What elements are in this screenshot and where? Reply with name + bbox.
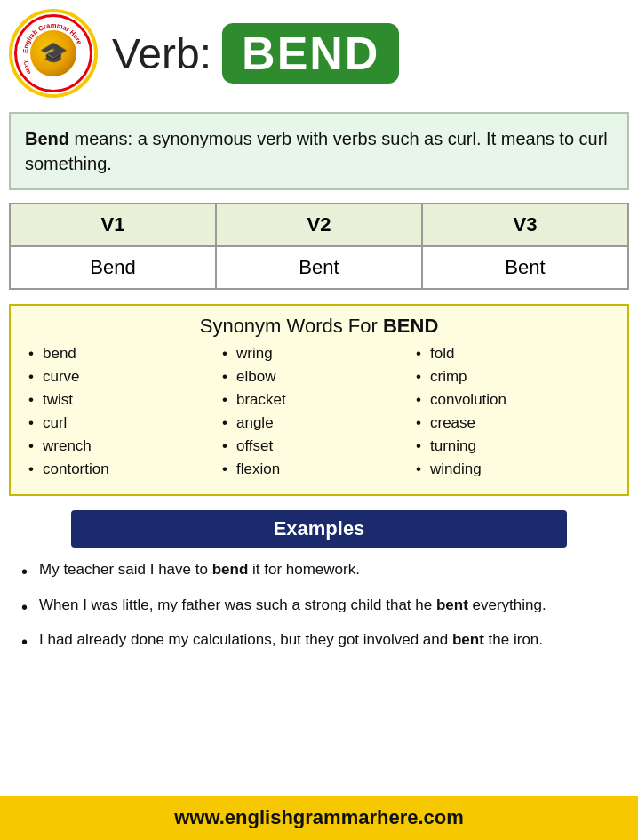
synonym-item: fold (416, 345, 610, 363)
example-item: When I was little, my father was such a … (21, 594, 617, 617)
examples-header: Examples (71, 510, 567, 548)
synonym-item: twist (28, 391, 222, 409)
synonym-item: wrench (28, 437, 222, 455)
verb-label: Verb: (112, 29, 211, 78)
verb-forms-table: V1 V2 V3 Bend Bent Bent (9, 203, 629, 290)
footer: www.englishgrammarhere.com (0, 796, 638, 840)
verb-word-badge: BEND (222, 23, 399, 84)
table-cell-v1: Bend (10, 246, 216, 289)
synonym-col-2: wringelbowbracketangleoffsetflexion (222, 345, 416, 484)
synonym-item: convolution (416, 391, 610, 409)
synonym-item: elbow (222, 368, 416, 386)
examples-list: My teacher said I have to bend it for ho… (0, 555, 638, 675)
example-item: My teacher said I have to bend it for ho… (21, 558, 617, 581)
synonym-item: flexion (222, 460, 416, 478)
header-title: Verb: BEND (112, 23, 620, 84)
synonym-col-3: foldcrimpconvolutioncreaseturningwinding (416, 345, 610, 484)
synonym-item: wring (222, 345, 416, 363)
table-header-v2: V2 (216, 204, 422, 246)
synonym-item: offset (222, 437, 416, 455)
header: English Grammar Here .Com 🎓 Verb: BEND (0, 0, 638, 107)
table-header-v3: V3 (422, 204, 628, 246)
logo-inner: English Grammar Here .Com 🎓 (14, 14, 92, 92)
table-cell-v3: Bent (422, 246, 628, 289)
definition-text: Bend means: a synonymous verb with verbs… (25, 129, 608, 173)
synonym-item: bracket (222, 391, 416, 409)
synonym-columns: bendcurvetwistcurlwrenchcontortion wring… (11, 345, 627, 484)
logo: English Grammar Here .Com 🎓 (9, 9, 98, 98)
synonym-item: contortion (28, 460, 222, 478)
synonym-item: crease (416, 414, 610, 432)
synonym-item: turning (416, 437, 610, 455)
table-header-v1: V1 (10, 204, 216, 246)
table-cell-v2: Bent (216, 246, 422, 289)
definition-box: Bend means: a synonymous verb with verbs… (9, 112, 629, 190)
example-item: I had already done my calculations, but … (21, 628, 617, 652)
synonym-item: crimp (416, 368, 610, 386)
synonym-item: curve (28, 368, 222, 386)
synonym-title: Synonym Words For BEND (11, 306, 627, 345)
synonym-col-1: bendcurvetwistcurlwrenchcontortion (28, 345, 222, 484)
synonym-item: curl (28, 414, 222, 432)
synonym-item: bend (28, 345, 222, 363)
synonym-item: winding (416, 460, 610, 478)
footer-url: www.englishgrammarhere.com (174, 806, 464, 828)
synonym-item: angle (222, 414, 416, 432)
synonym-box: Synonym Words For BEND bendcurvetwistcur… (9, 304, 629, 496)
